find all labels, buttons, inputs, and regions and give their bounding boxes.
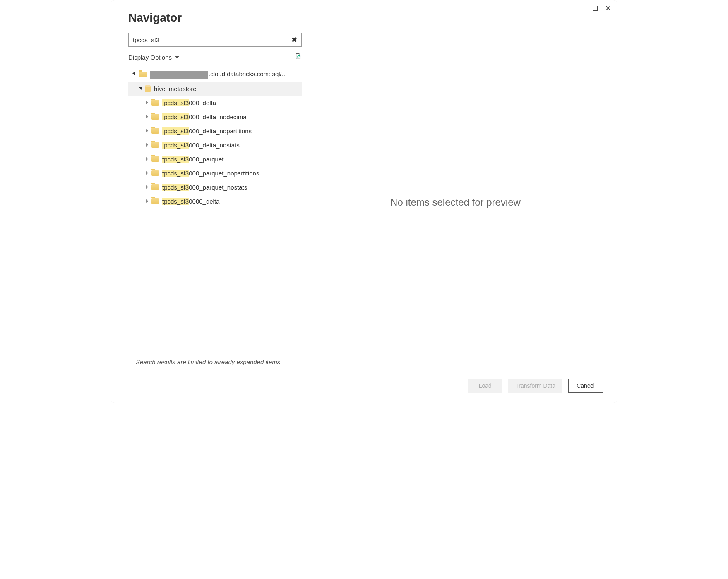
tree-schema-item[interactable]: tpcds_sf3000_delta_nostats	[128, 138, 302, 152]
expander-icon[interactable]	[144, 185, 150, 189]
highlight: tpcds_sf3	[162, 170, 189, 177]
tree-root-label: .cloud.databricks.com: sql/...	[150, 70, 287, 78]
expander-icon[interactable]	[132, 73, 137, 76]
tree-schema-item[interactable]: tpcds_sf30000_delta	[128, 194, 302, 208]
highlight: tpcds_sf3	[162, 113, 189, 120]
tree-item-label: tpcds_sf3000_parquet_nopartitions	[162, 170, 259, 177]
expander-icon[interactable]	[144, 143, 150, 147]
expander-icon[interactable]	[144, 129, 150, 133]
dialog-header: Navigator	[111, 0, 617, 28]
close-icon[interactable]: ✕	[605, 5, 611, 12]
folder-icon	[151, 100, 159, 106]
database-icon	[145, 85, 151, 92]
window-controls: ✕	[593, 5, 611, 12]
highlight: tpcds_sf3	[162, 142, 189, 149]
display-options-dropdown[interactable]: Display Options	[128, 54, 179, 61]
refresh-icon[interactable]	[294, 53, 302, 62]
folder-icon	[151, 142, 159, 148]
search-input[interactable]	[132, 36, 291, 44]
expander-icon[interactable]	[144, 157, 150, 161]
highlight: tpcds_sf3	[162, 99, 189, 106]
tree-schema-item[interactable]: tpcds_sf3000_parquet	[128, 152, 302, 166]
tree-item-label: tpcds_sf3000_delta_nostats	[162, 142, 240, 149]
folder-icon	[151, 198, 159, 204]
navigator-dialog: ✕ Navigator ✖ Display Options	[111, 0, 617, 403]
highlight: tpcds_sf3	[162, 127, 189, 135]
chevron-down-icon	[175, 56, 179, 58]
tree-item-label: tpcds_sf3000_parquet	[162, 156, 223, 163]
load-button[interactable]: Load	[468, 379, 502, 393]
dialog-footer: Load Transform Data Cancel	[111, 372, 617, 403]
display-options-label: Display Options	[128, 54, 172, 61]
tree-metastore[interactable]: hive_metastore	[128, 82, 302, 96]
highlight: tpcds_sf3	[162, 198, 189, 205]
navigator-tree[interactable]: .cloud.databricks.com: sql/... hive_meta…	[128, 67, 302, 357]
expander-icon[interactable]	[144, 115, 150, 119]
tree-item-label: tpcds_sf3000_delta	[162, 99, 216, 106]
folder-icon	[151, 170, 159, 176]
tree-root[interactable]: .cloud.databricks.com: sql/...	[128, 67, 302, 82]
expander-icon[interactable]	[144, 171, 150, 175]
highlight: tpcds_sf3	[162, 156, 189, 163]
dialog-title: Navigator	[128, 11, 600, 24]
folder-icon	[151, 128, 159, 134]
tree-schema-item[interactable]: tpcds_sf3000_parquet_nopartitions	[128, 166, 302, 180]
folder-icon	[151, 156, 159, 162]
transform-data-button[interactable]: Transform Data	[508, 379, 562, 393]
tree-metastore-label: hive_metastore	[154, 85, 197, 92]
tree-schema-item[interactable]: tpcds_sf3000_delta_nopartitions	[128, 124, 302, 138]
expander-icon[interactable]	[137, 87, 143, 90]
tree-item-label: tpcds_sf3000_parquet_nostats	[162, 184, 247, 191]
preview-pane: No items selected for preview	[311, 33, 600, 372]
cancel-button[interactable]: Cancel	[568, 379, 603, 393]
navigator-left-pane: ✖ Display Options .cloud.databricks.com:…	[128, 33, 311, 372]
folder-icon	[151, 114, 159, 120]
expander-icon[interactable]	[144, 101, 150, 105]
folder-icon	[139, 72, 147, 77]
tree-schema-item[interactable]: tpcds_sf3000_delta_nodecimal	[128, 110, 302, 124]
highlight: tpcds_sf3	[162, 184, 189, 191]
search-box[interactable]: ✖	[128, 33, 302, 47]
search-hint: Search results are limited to already ex…	[128, 357, 302, 372]
tree-item-label: tpcds_sf30000_delta	[162, 198, 219, 205]
expander-icon[interactable]	[144, 199, 150, 203]
folder-icon	[151, 184, 159, 190]
tree-schema-item[interactable]: tpcds_sf3000_parquet_nostats	[128, 180, 302, 194]
tree-schema-item[interactable]: tpcds_sf3000_delta	[128, 96, 302, 110]
tree-item-label: tpcds_sf3000_delta_nodecimal	[162, 113, 248, 120]
tree-item-label: tpcds_sf3000_delta_nopartitions	[162, 127, 252, 135]
redacted-host	[150, 71, 208, 79]
clear-search-icon[interactable]: ✖	[291, 36, 298, 44]
preview-empty-message: No items selected for preview	[390, 197, 521, 208]
restore-icon[interactable]	[593, 5, 598, 12]
